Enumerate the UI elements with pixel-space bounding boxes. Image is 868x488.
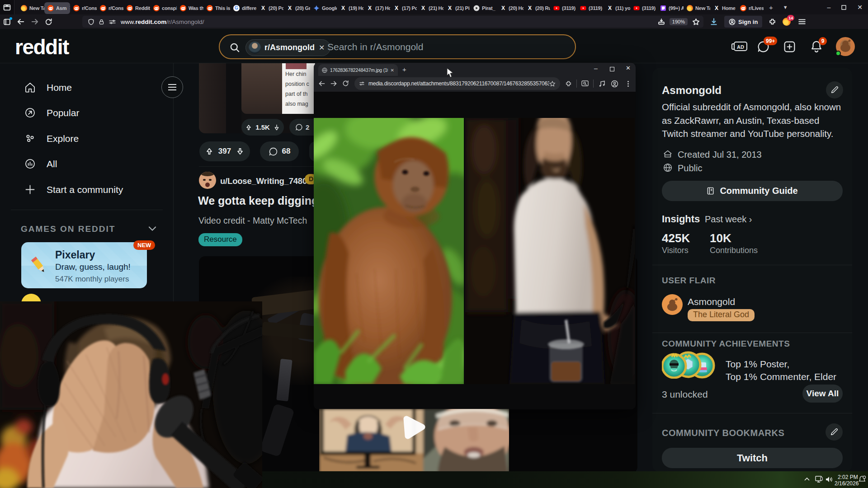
svg-text:AD: AD [737,44,744,50]
